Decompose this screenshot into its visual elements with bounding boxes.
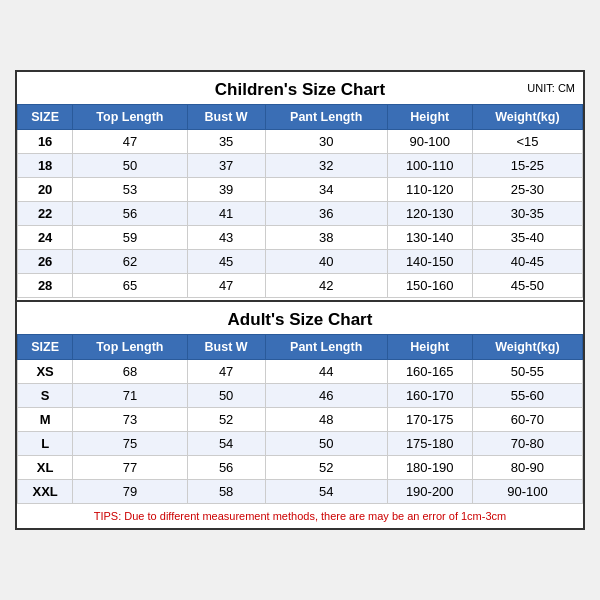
table-row: 24594338130-14035-40 bbox=[18, 226, 583, 250]
adult-table: SIZE Top Length Bust W Pant Length Heigh… bbox=[17, 334, 583, 504]
table-row: 1647353090-100<15 bbox=[18, 130, 583, 154]
adult-header-row: SIZE Top Length Bust W Pant Length Heigh… bbox=[18, 335, 583, 360]
col-bust-w-adult: Bust W bbox=[187, 335, 265, 360]
unit-label: UNIT: CM bbox=[527, 82, 575, 94]
col-size: SIZE bbox=[18, 105, 73, 130]
adult-title-text: Adult's Size Chart bbox=[228, 310, 373, 329]
table-row: S715046160-17055-60 bbox=[18, 384, 583, 408]
col-pant-length: Pant Length bbox=[265, 105, 387, 130]
table-row: XL775652180-19080-90 bbox=[18, 456, 583, 480]
col-pant-length-adult: Pant Length bbox=[265, 335, 387, 360]
col-size-adult: SIZE bbox=[18, 335, 73, 360]
table-row: XXL795854190-20090-100 bbox=[18, 480, 583, 504]
col-weight-adult: Weight(kg) bbox=[472, 335, 582, 360]
children-title-text: Children's Size Chart bbox=[215, 80, 385, 99]
col-bust-w: Bust W bbox=[187, 105, 265, 130]
children-header-row: SIZE Top Length Bust W Pant Length Heigh… bbox=[18, 105, 583, 130]
col-height-adult: Height bbox=[387, 335, 472, 360]
table-row: 20533934110-12025-30 bbox=[18, 178, 583, 202]
table-row: 18503732100-11015-25 bbox=[18, 154, 583, 178]
col-top-length-adult: Top Length bbox=[73, 335, 187, 360]
table-row: 22564136120-13030-35 bbox=[18, 202, 583, 226]
table-row: M735248170-17560-70 bbox=[18, 408, 583, 432]
table-row: 28654742150-16045-50 bbox=[18, 274, 583, 298]
adult-section-title: Adult's Size Chart bbox=[17, 300, 583, 334]
col-top-length: Top Length bbox=[73, 105, 187, 130]
table-row: L755450175-18070-80 bbox=[18, 432, 583, 456]
table-row: 26624540140-15040-45 bbox=[18, 250, 583, 274]
col-height: Height bbox=[387, 105, 472, 130]
tips-text: TIPS: Due to different measurement metho… bbox=[17, 504, 583, 528]
table-row: XS684744160-16550-55 bbox=[18, 360, 583, 384]
children-section-title: Children's Size Chart UNIT: CM bbox=[17, 72, 583, 104]
children-table: SIZE Top Length Bust W Pant Length Heigh… bbox=[17, 104, 583, 298]
chart-container: Children's Size Chart UNIT: CM SIZE Top … bbox=[15, 70, 585, 530]
col-weight: Weight(kg) bbox=[472, 105, 582, 130]
